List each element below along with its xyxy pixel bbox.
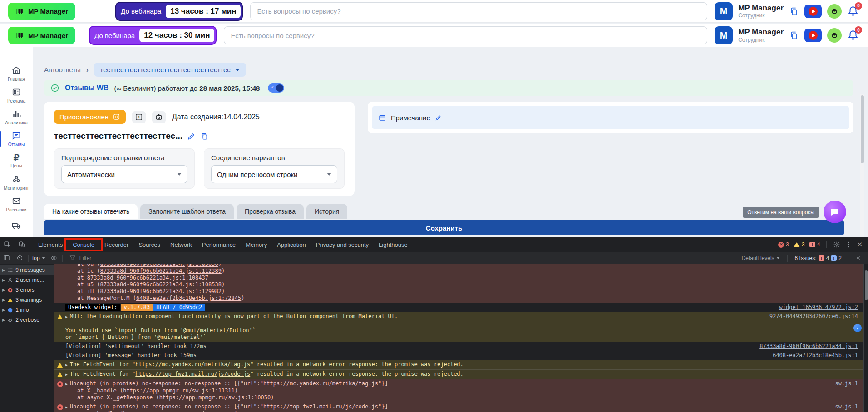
source-link[interactable]: https://top-fwz1.mail.ru/js/code.js	[135, 371, 250, 377]
support-chat-button[interactable]	[824, 201, 846, 223]
video-tutorials-button[interactable]	[804, 29, 822, 42]
banner-service-name[interactable]: Отзывы WB	[65, 84, 109, 92]
tab-console[interactable]: Console	[68, 237, 99, 252]
message-source-link[interactable]: widget_165936_47972.js:2	[779, 304, 858, 311]
more-options-icon[interactable]	[845, 241, 852, 248]
expander-icon[interactable]: ▶	[65, 315, 68, 319]
webinar-countdown-1[interactable]: До вебинара 13 часов : 17 мин	[115, 2, 243, 21]
service-search-input-2[interactable]	[224, 26, 707, 44]
message-source-link[interactable]: sw.js:1	[835, 380, 858, 387]
expander-icon[interactable]: ▶	[2, 318, 5, 322]
user-avatar[interactable]: M	[715, 26, 733, 44]
clear-console-icon[interactable]	[16, 255, 23, 261]
scrollbar-thumb[interactable]	[861, 95, 864, 163]
expander-icon[interactable]: ▶	[2, 298, 5, 302]
video-tutorials-button[interactable]	[804, 5, 822, 18]
settings-gear-icon[interactable]	[833, 241, 840, 248]
copy-icon[interactable]	[789, 6, 799, 16]
tab-history[interactable]: История	[306, 204, 347, 219]
service-toggle[interactable]: ✓	[268, 83, 284, 93]
message-source-link[interactable]: sw.js:1	[835, 403, 858, 410]
console-filter-info[interactable]: ▶ 1 info	[0, 305, 54, 315]
education-button[interactable]	[827, 4, 842, 19]
source-link[interactable]: 87333a8d-960f96c6b6221a34.js:1:108538	[100, 281, 222, 288]
source-link[interactable]: https://app.mpmgr.ru/sw.js:1:10050	[159, 394, 271, 401]
close-devtools-icon[interactable]: ✕	[857, 240, 863, 249]
error-count[interactable]: ✕3	[778, 241, 789, 248]
expander-icon[interactable]: ▶	[2, 278, 5, 282]
expander-icon[interactable]: ▶	[2, 268, 5, 272]
source-link[interactable]: 6408-ea2a7f2b3c18e45b.js:1:72845	[136, 295, 241, 301]
sidebar-item-reviews[interactable]: Отзывы	[0, 128, 33, 150]
confirmation-select[interactable]: Автоматически	[61, 165, 187, 183]
console-sidebar-toggle-icon[interactable]	[3, 255, 10, 261]
expander-icon[interactable]: ▶	[65, 405, 68, 409]
webinar-countdown-2[interactable]: До вебинара 12 часов : 30 мин	[89, 26, 217, 45]
service-search-input[interactable]	[250, 2, 707, 20]
tab-fill-template[interactable]: Заполните шаблон ответа	[140, 204, 234, 219]
tab-application[interactable]: Application	[272, 237, 311, 252]
source-link[interactable]: 87333a8d-960f96c6b6221a34.js:1:129982	[100, 288, 222, 294]
joining-select[interactable]: Одним переносом строки	[211, 165, 337, 183]
page-scrollbar[interactable]	[860, 94, 864, 237]
notifications-button[interactable]: 0	[847, 29, 860, 42]
logo-button-2[interactable]: MP Manager	[8, 27, 75, 44]
expander-icon[interactable]: ▶	[65, 373, 68, 377]
breadcrumb-root[interactable]: Автоответы	[44, 66, 81, 74]
source-link[interactable]: https://top-fwz1.mail.ru/js/code.js	[263, 403, 378, 410]
user-avatar[interactable]: M	[715, 2, 733, 20]
tab-recorder[interactable]: Recorder	[99, 237, 133, 252]
sidebar-item-mailings[interactable]: Рассылки	[0, 193, 33, 215]
copy-icon[interactable]	[789, 30, 799, 40]
context-selector[interactable]: top	[30, 255, 47, 261]
ai-assist-icon[interactable]: ✦	[853, 324, 862, 332]
save-button[interactable]: Сохранить	[44, 220, 844, 235]
sidebar-item-monitoring[interactable]: Мониторинг	[0, 172, 33, 193]
console-scrollbar[interactable]	[863, 264, 868, 412]
tab-network[interactable]: Network	[165, 237, 197, 252]
eye-icon[interactable]	[50, 255, 57, 261]
source-link[interactable]: https://mc.yandex.ru/metrika/tag.js	[135, 361, 250, 368]
logo-button[interactable]: MP Manager	[8, 3, 75, 20]
inspect-icon[interactable]	[4, 241, 11, 248]
sidebar-item-delivery[interactable]	[0, 215, 33, 237]
notifications-button[interactable]: 0	[847, 5, 860, 18]
source-link[interactable]: 87333a8d-960f96c6b6221a34.js:1:83630	[100, 264, 218, 267]
source-link[interactable]: https://mc.yandex.ru/metrika/tag.js	[263, 380, 378, 387]
tab-memory[interactable]: Memory	[241, 237, 272, 252]
tab-privacy-security[interactable]: Privacy and security	[311, 237, 374, 252]
console-filter-errors[interactable]: ▶ 3 errors	[0, 285, 54, 295]
issues-count[interactable]: !4	[809, 241, 820, 248]
expander-icon[interactable]: ▶	[2, 288, 5, 292]
breadcrumb-current-dropdown[interactable]: тесттесттесттесттесттесттесттесттесттес	[94, 63, 246, 77]
edit-note-pencil-icon[interactable]	[435, 114, 442, 121]
scrollbar-thumb[interactable]	[865, 270, 868, 300]
expander-icon[interactable]: ▶	[2, 308, 5, 312]
source-link[interactable]: https://app.mpmgr.ru/sw.js:1:11311	[123, 387, 235, 394]
tab-performance[interactable]: Performance	[197, 237, 241, 252]
message-source-link[interactable]: 6408-ea2a7f2b3c18e45b.js:1	[773, 352, 858, 359]
bot-chip[interactable]	[152, 111, 166, 123]
source-link[interactable]: 87333a8d-960f96c6b6221a34.js:1:112389	[100, 268, 222, 274]
console-filter-user-messages[interactable]: ▶ 2 user me...	[0, 275, 54, 285]
issues-summary[interactable]: 6 Issues: !4 !2	[793, 255, 843, 261]
console-filter-warnings[interactable]: ▶ 3 warnings	[0, 295, 54, 305]
variant-count-chip[interactable]: 1	[132, 111, 146, 123]
sidebar-item-home[interactable]: Главная	[0, 63, 33, 84]
tab-elements[interactable]: Elements	[33, 237, 68, 252]
filter-input[interactable]: Filter	[79, 255, 92, 261]
device-toolbar-icon[interactable]	[18, 241, 25, 248]
warning-count[interactable]: 3	[794, 241, 805, 248]
log-levels-dropdown[interactable]: Default levels	[740, 255, 782, 261]
tab-review-check[interactable]: Проверка отзыва	[237, 204, 304, 219]
console-filter-verbose[interactable]: ▶ 2 verbose	[0, 315, 54, 325]
education-button[interactable]	[827, 28, 842, 43]
tab-which-reviews[interactable]: На какие отзывы отвечать	[44, 204, 138, 219]
sidebar-item-prices[interactable]: ₽ Цены	[0, 150, 33, 172]
tab-lighthouse[interactable]: Lighthouse	[374, 237, 413, 252]
message-source-link[interactable]: 9274-04493283d2607ce6.js:14	[769, 313, 858, 320]
copy-title-button[interactable]	[200, 132, 209, 141]
tab-sources[interactable]: Sources	[133, 237, 165, 252]
console-filter-all-messages[interactable]: ▶ 9 messages	[0, 265, 54, 275]
edit-title-button[interactable]	[187, 132, 196, 141]
